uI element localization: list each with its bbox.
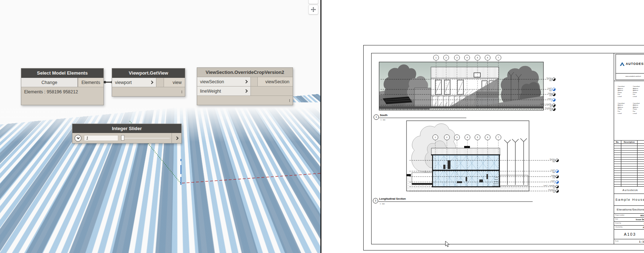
revision-cell xyxy=(638,155,644,157)
lacing-indicator[interactable]: I xyxy=(181,90,182,94)
chevron-right-icon xyxy=(244,80,248,84)
view-name: South xyxy=(380,114,388,117)
change-button[interactable]: Change xyxy=(21,78,78,87)
revision-cell xyxy=(614,185,621,186)
revision-cell xyxy=(638,146,644,148)
revision-cell xyxy=(614,146,621,148)
field-label: Checked by xyxy=(615,226,622,228)
level-name: Ceiling xyxy=(548,93,552,94)
revision-cell xyxy=(621,180,638,182)
revision-cell xyxy=(621,182,638,184)
view-number: 3 xyxy=(375,199,376,202)
revision-cell xyxy=(638,185,644,186)
level-elevation: 3000 xyxy=(549,90,552,92)
node-viewsection-overridecrop[interactable]: ViewSection.OverrideCropVersion2 viewSec… xyxy=(197,67,293,105)
scale-value: 1 : 10 xyxy=(639,240,644,243)
node-select-model-elements[interactable]: Select Model Elements Change Elements El… xyxy=(21,68,104,105)
node-integer-slider[interactable]: Integer Slider xyxy=(72,124,182,143)
level-elevation: 0 xyxy=(551,101,552,102)
revision-cell xyxy=(638,171,644,173)
revision-cell xyxy=(614,167,621,168)
wire-start-dot[interactable] xyxy=(104,81,106,84)
project-name: Sample House xyxy=(614,194,644,206)
level-name: Level 1 xyxy=(547,98,552,99)
revision-header: No.DescriptionDate xyxy=(614,141,644,144)
port-view-output[interactable]: view xyxy=(164,78,185,87)
titleblock-fields: Project number0010DateIssue DatDrawn byS… xyxy=(614,214,644,230)
revision-cell xyxy=(621,173,638,175)
revision-col-header: Date xyxy=(638,141,644,143)
slider-handle[interactable] xyxy=(121,135,124,141)
level-name: Level 2 xyxy=(547,88,552,89)
consultant-block: ConsultantAddressAddressPhoneFaxe-mail xyxy=(618,85,631,98)
titleblock: AUTODESK www.autodesk.com/revit Consulta… xyxy=(614,53,644,244)
grid-bubble-number: 7 xyxy=(498,136,499,138)
longitudinal-section-view: Roof line5800Level 23000Ceiling2750Level… xyxy=(371,120,573,210)
titleblock-field: Drawn byS xyxy=(614,222,644,226)
revision-cell xyxy=(614,178,621,179)
revision-rows xyxy=(614,144,644,187)
titleblock-field: DateIssue Dat xyxy=(614,218,644,222)
node-title[interactable]: Integer Slider xyxy=(72,124,181,133)
level-elevation: 5800 xyxy=(549,80,552,81)
partial-tool-button[interactable] xyxy=(308,0,318,4)
dynamo-canvas[interactable]: Select Model Elements Change Elements El… xyxy=(0,0,320,253)
revision-table: No.DescriptionDate xyxy=(614,141,644,187)
port-slider-output[interactable] xyxy=(172,133,181,143)
level-elevation: -900 xyxy=(550,110,552,111)
revision-cell xyxy=(638,157,644,159)
slider-expand-button[interactable] xyxy=(75,135,81,142)
grid-bubble-number: 4 xyxy=(467,136,468,138)
grid-bubble-number: 1 xyxy=(435,136,436,138)
revision-cell xyxy=(614,164,621,166)
grid-bubble-number: 5 xyxy=(477,57,478,59)
grid-bubble-number: 7 xyxy=(498,57,499,59)
revision-cell xyxy=(614,160,621,161)
lacing-indicator[interactable]: I xyxy=(289,98,290,102)
revision-cell xyxy=(621,162,638,164)
chevron-down-icon xyxy=(76,136,79,139)
slider-value-input[interactable] xyxy=(84,135,118,141)
revision-cell xyxy=(614,162,621,164)
scale-label: Scale xyxy=(615,240,619,242)
level-elevation: 0 xyxy=(554,183,555,184)
grid-bubble-number: 6 xyxy=(487,57,488,59)
south-elevation-view: Roof line5800Level 23000Ceiling2750Level… xyxy=(372,53,568,122)
node-title[interactable]: Viewport.GetView xyxy=(112,68,185,78)
node-title[interactable]: ViewSection.OverrideCropVersion2 xyxy=(197,68,293,77)
revision-cell xyxy=(614,144,621,146)
revision-cell xyxy=(621,151,638,152)
level-name: Level 1 - Living Rm. xyxy=(540,103,552,105)
revision-cell xyxy=(621,146,638,148)
consultant-block: ConsultantAddressAddressPhoneFaxe-mail xyxy=(618,102,631,115)
revision-cell xyxy=(614,148,621,150)
revision-cell xyxy=(621,169,638,170)
view-name: Longitudinal Section xyxy=(379,197,406,200)
pan-move-button[interactable] xyxy=(308,5,318,14)
chevron-right-icon xyxy=(150,81,154,84)
node-viewport-getview[interactable]: Viewport.GetView viewport view I xyxy=(112,68,185,97)
port-elements-output[interactable]: Elements xyxy=(78,78,103,87)
revision-cell xyxy=(638,153,644,155)
view-label: 3Longitudinal Section1 : 100 xyxy=(373,197,533,205)
port-viewsection-output[interactable]: viewSection xyxy=(257,77,293,86)
revision-cell xyxy=(614,173,621,175)
level-elevation: 2750 xyxy=(549,95,552,97)
port-viewsection-input[interactable]: viewSection xyxy=(197,77,251,86)
revision-col-header: No. xyxy=(614,141,621,143)
level-elevation: -450 xyxy=(553,187,555,189)
port-lineweight-input[interactable]: lineWeight xyxy=(197,86,251,96)
revision-cell xyxy=(614,180,621,182)
chevron-right-icon xyxy=(175,136,178,140)
move-pan-icon xyxy=(310,6,316,13)
field-value: 0010 xyxy=(640,214,644,217)
revision-col-header: Description xyxy=(621,141,638,143)
node-title[interactable]: Select Model Elements xyxy=(21,68,103,78)
sheet-title: Elevations/Sections xyxy=(614,206,644,214)
slider-track[interactable] xyxy=(121,135,170,141)
grid-bubble-number: 5 xyxy=(477,136,478,138)
port-viewport-input[interactable]: viewport xyxy=(112,78,156,87)
consultant-blocks: ConsultantAddressAddressPhoneFaxe-mailCo… xyxy=(614,81,644,114)
autodesk-logo-icon xyxy=(620,62,625,66)
port-label: lineWeight xyxy=(200,89,221,94)
